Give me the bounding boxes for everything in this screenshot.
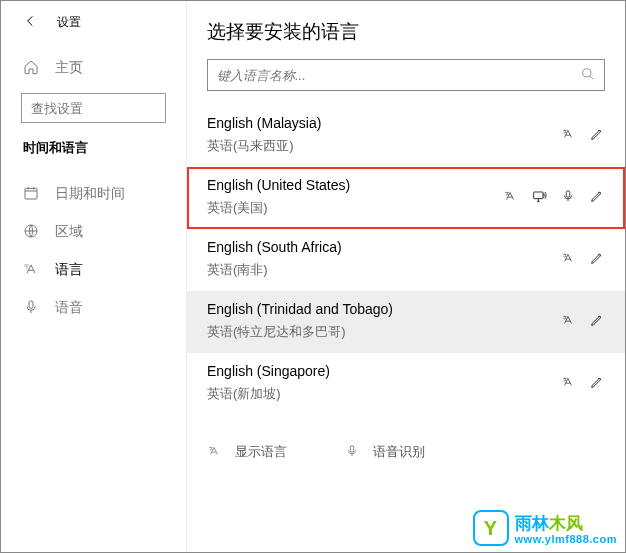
language-row[interactable]: English (Malaysia) 英语(马来西亚) 字 <box>187 105 625 167</box>
svg-text:字: 字 <box>563 252 567 257</box>
sidebar-section-header: 时间和语言 <box>1 133 186 169</box>
handwriting-icon <box>589 250 605 269</box>
calendar-icon <box>23 185 39 204</box>
microphone-icon <box>23 299 39 318</box>
language-name-native: 英语(南非) <box>207 261 561 279</box>
language-search[interactable] <box>207 59 605 91</box>
handwriting-icon <box>589 374 605 393</box>
speech-recognition-icon <box>345 444 359 461</box>
settings-title: 设置 <box>57 14 81 31</box>
svg-text:字: 字 <box>563 314 567 319</box>
sidebar-item-language[interactable]: 字 语言 <box>1 251 186 289</box>
language-row[interactable]: English (Singapore) 英语(新加坡) 字 <box>187 353 625 415</box>
display-language-icon: 字 <box>561 251 575 268</box>
sidebar-item-label: 区域 <box>55 223 83 241</box>
sidebar-item-region[interactable]: 区域 <box>1 213 186 251</box>
display-language-icon: 字 <box>207 444 221 461</box>
display-language-icon: 字 <box>561 313 575 330</box>
svg-rect-0 <box>25 188 37 199</box>
legend-label: 语音识别 <box>373 443 425 461</box>
legend-row: 字 显示语言 语音识别 <box>187 415 625 469</box>
dialog-heading: 选择要安装的语言 <box>187 1 625 59</box>
language-name-native: 英语(新加坡) <box>207 385 561 403</box>
globe-icon <box>23 223 39 242</box>
language-name-en: English (South Africa) <box>207 239 561 255</box>
speech-recognition-icon <box>561 189 575 206</box>
sidebar-search-input[interactable] <box>21 93 166 123</box>
language-name-en: English (United States) <box>207 177 503 193</box>
sidebar-search[interactable] <box>21 93 166 123</box>
sidebar-item-date-time[interactable]: 日期和时间 <box>1 175 186 213</box>
language-row[interactable]: English (Trinidad and Tobago) 英语(特立尼达和多巴… <box>187 291 625 353</box>
language-name-en: English (Malaysia) <box>207 115 561 131</box>
svg-text:字: 字 <box>563 128 567 133</box>
language-search-input[interactable] <box>217 68 581 83</box>
sidebar-item-label: 日期和时间 <box>55 185 125 203</box>
display-language-icon: 字 <box>561 127 575 144</box>
sidebar-home[interactable]: 主页 <box>1 49 186 87</box>
watermark-logo: Y <box>473 510 509 546</box>
svg-rect-7 <box>534 192 543 199</box>
back-button[interactable] <box>23 13 39 32</box>
svg-text:字: 字 <box>209 445 213 450</box>
search-icon <box>581 67 595 84</box>
display-language-icon: 字 <box>503 189 517 206</box>
handwriting-icon <box>589 188 605 207</box>
language-name-native: 英语(美国) <box>207 199 503 217</box>
language-list: English (Malaysia) 英语(马来西亚) 字 English (U… <box>187 105 625 552</box>
svg-rect-3 <box>29 301 33 308</box>
sidebar-home-label: 主页 <box>55 59 83 77</box>
language-row[interactable]: English (South Africa) 英语(南非) 字 <box>187 229 625 291</box>
language-name-en: English (Trinidad and Tobago) <box>207 301 561 317</box>
display-language-icon: 字 <box>561 375 575 392</box>
svg-text:字: 字 <box>563 376 567 381</box>
language-name-native: 英语(马来西亚) <box>207 137 561 155</box>
legend-label: 显示语言 <box>235 443 287 461</box>
handwriting-icon <box>589 312 605 331</box>
text-to-speech-icon <box>531 188 547 207</box>
home-icon <box>23 59 39 78</box>
language-name-en: English (Singapore) <box>207 363 561 379</box>
svg-point-4 <box>583 68 591 76</box>
sidebar-item-label: 语音 <box>55 299 83 317</box>
language-row[interactable]: English (United States) 英语(美国) 字 <box>187 167 625 229</box>
svg-rect-13 <box>350 445 354 451</box>
language-name-native: 英语(特立尼达和多巴哥) <box>207 323 561 341</box>
handwriting-icon <box>589 126 605 145</box>
language-icon: 字 <box>23 261 39 280</box>
sidebar-item-label: 语言 <box>55 261 83 279</box>
svg-rect-8 <box>566 190 570 196</box>
sidebar-item-speech[interactable]: 语音 <box>1 289 186 327</box>
svg-text:字: 字 <box>24 263 29 269</box>
svg-text:字: 字 <box>505 190 509 195</box>
watermark: Y 雨林木风 www.ylmf888.com <box>473 510 617 546</box>
